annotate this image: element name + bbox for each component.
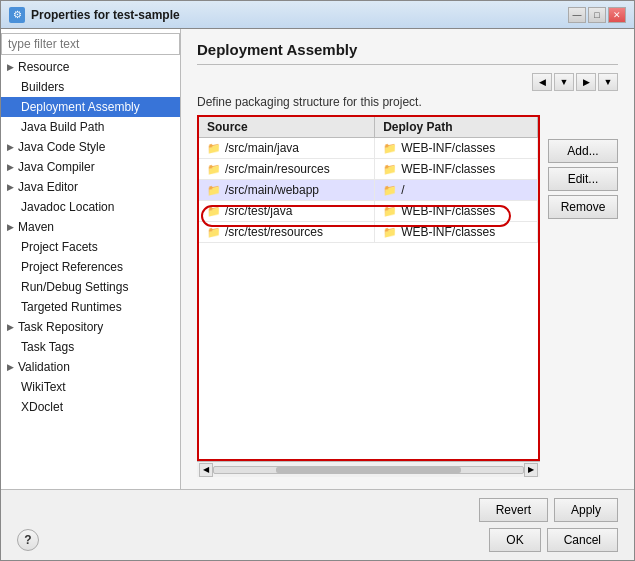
sidebar-item-deployment-assembly[interactable]: Deployment Assembly xyxy=(1,97,180,117)
revert-button[interactable]: Revert xyxy=(479,498,548,522)
description: Define packaging structure for this proj… xyxy=(197,95,618,109)
source-cell: 📁 /src/main/webapp xyxy=(199,180,375,201)
properties-dialog: ⚙ Properties for test-sample — □ ✕ ▶ Res… xyxy=(0,0,635,561)
scroll-left-button[interactable]: ◀ xyxy=(199,463,213,477)
folder-icon: 📁 xyxy=(383,163,397,176)
nav-back-button[interactable]: ◀ xyxy=(532,73,552,91)
sidebar-item-project-references[interactable]: Project References xyxy=(1,257,180,277)
dialog-icon: ⚙ xyxy=(9,7,25,23)
sidebar-item-java-code-style[interactable]: ▶ Java Code Style xyxy=(1,137,180,157)
sidebar-item-run-debug-settings[interactable]: Run/Debug Settings xyxy=(1,277,180,297)
arrow-icon: ▶ xyxy=(7,362,14,372)
sidebar: ▶ Resource Builders Deployment Assembly … xyxy=(1,29,181,489)
close-button[interactable]: ✕ xyxy=(608,7,626,23)
footer-row: ? OK Cancel xyxy=(17,528,618,552)
sidebar-item-java-build-path[interactable]: Java Build Path xyxy=(1,117,180,137)
cancel-button[interactable]: Cancel xyxy=(547,528,618,552)
sidebar-item-task-tags[interactable]: Task Tags xyxy=(1,337,180,357)
arrow-icon: ▶ xyxy=(7,322,14,332)
source-cell: 📁 /src/test/java xyxy=(199,201,375,222)
deploy-path-cell: 📁 / xyxy=(375,180,538,201)
source-cell: 📁 /src/test/resources xyxy=(199,222,375,243)
deployment-table: Source Deploy Path 📁 /src/main/j xyxy=(197,115,540,461)
folder-icon: 📁 xyxy=(207,142,221,155)
table-row[interactable]: 📁 /src/test/java 📁 WEB-INF/classes xyxy=(199,201,538,222)
scroll-right-button[interactable]: ▶ xyxy=(524,463,538,477)
sidebar-item-maven[interactable]: ▶ Maven xyxy=(1,217,180,237)
folder-icon: 📁 xyxy=(207,184,221,197)
title-bar: ⚙ Properties for test-sample — □ ✕ xyxy=(1,1,634,29)
filter-input[interactable] xyxy=(1,33,180,55)
deploy-path-cell: 📁 WEB-INF/classes xyxy=(375,138,538,159)
deploy-path-cell: 📁 WEB-INF/classes xyxy=(375,222,538,243)
bottom-bar: Revert Apply ? OK Cancel xyxy=(1,489,634,560)
folder-icon: 📁 xyxy=(383,184,397,197)
deploy-path-cell: 📁 WEB-INF/classes xyxy=(375,201,538,222)
ok-cancel-row: OK Cancel xyxy=(489,528,618,552)
title-buttons: — □ ✕ xyxy=(568,7,626,23)
title-bar-left: ⚙ Properties for test-sample xyxy=(9,7,180,23)
add-button[interactable]: Add... xyxy=(548,139,618,163)
sidebar-item-javadoc-location[interactable]: Javadoc Location xyxy=(1,197,180,217)
folder-icon: 📁 xyxy=(383,142,397,155)
arrow-icon: ▶ xyxy=(7,222,14,232)
folder-icon: 📁 xyxy=(207,205,221,218)
sidebar-item-builders[interactable]: Builders xyxy=(1,77,180,97)
folder-icon: 📁 xyxy=(383,205,397,218)
source-cell: 📁 /src/main/java xyxy=(199,138,375,159)
main-content: Deployment Assembly ◀ ▼ ▶ ▼ Define packa… xyxy=(181,29,634,489)
sidebar-item-validation[interactable]: ▶ Validation xyxy=(1,357,180,377)
nav-dropdown2-button[interactable]: ▼ xyxy=(598,73,618,91)
apply-button[interactable]: Apply xyxy=(554,498,618,522)
sidebar-item-java-compiler[interactable]: ▶ Java Compiler xyxy=(1,157,180,177)
table-row[interactable]: 📁 /src/test/resources 📁 WEB-INF/classes xyxy=(199,222,538,243)
table-row[interactable]: 📁 /src/main/java 📁 WEB-INF/classes xyxy=(199,138,538,159)
sidebar-item-xdoclet[interactable]: XDoclet xyxy=(1,397,180,417)
arrow-icon: ▶ xyxy=(7,182,14,192)
scrollbar[interactable]: ◀ ▶ xyxy=(197,461,540,477)
folder-icon: 📁 xyxy=(383,226,397,239)
sidebar-item-targeted-runtimes[interactable]: Targeted Runtimes xyxy=(1,297,180,317)
sidebar-item-project-facets[interactable]: Project Facets xyxy=(1,237,180,257)
arrow-icon: ▶ xyxy=(7,162,14,172)
sidebar-item-wikitext[interactable]: WikiText xyxy=(1,377,180,397)
deploy-path-cell: 📁 WEB-INF/classes xyxy=(375,159,538,180)
arrow-icon: ▶ xyxy=(7,142,14,152)
ok-button[interactable]: OK xyxy=(489,528,540,552)
minimize-button[interactable]: — xyxy=(568,7,586,23)
sidebar-item-task-repository[interactable]: ▶ Task Repository xyxy=(1,317,180,337)
folder-icon: 📁 xyxy=(207,163,221,176)
revert-apply-row: Revert Apply xyxy=(17,498,618,522)
nav-forward-button[interactable]: ▶ xyxy=(576,73,596,91)
toolbar: ◀ ▼ ▶ ▼ xyxy=(197,73,618,91)
right-buttons: Add... Edit... Remove xyxy=(540,115,618,477)
sidebar-item-java-editor[interactable]: ▶ Java Editor xyxy=(1,177,180,197)
page-title: Deployment Assembly xyxy=(197,41,618,65)
deploy-path-column-header: Deploy Path xyxy=(375,117,538,138)
table-row[interactable]: 📁 /src/main/webapp 📁 / xyxy=(199,180,538,201)
remove-button[interactable]: Remove xyxy=(548,195,618,219)
edit-button[interactable]: Edit... xyxy=(548,167,618,191)
dialog-body: ▶ Resource Builders Deployment Assembly … xyxy=(1,29,634,489)
scrollbar-track[interactable] xyxy=(213,466,524,474)
arrow-icon: ▶ xyxy=(7,62,14,72)
help-button[interactable]: ? xyxy=(17,529,39,551)
folder-icon: 📁 xyxy=(207,226,221,239)
dialog-title: Properties for test-sample xyxy=(31,8,180,22)
source-column-header: Source xyxy=(199,117,375,138)
nav-dropdown-button[interactable]: ▼ xyxy=(554,73,574,91)
scrollbar-thumb xyxy=(276,467,461,473)
sidebar-item-resource[interactable]: ▶ Resource xyxy=(1,57,180,77)
restore-button[interactable]: □ xyxy=(588,7,606,23)
source-cell: 📁 /src/main/resources xyxy=(199,159,375,180)
table-row[interactable]: 📁 /src/main/resources 📁 WEB-INF/classes xyxy=(199,159,538,180)
